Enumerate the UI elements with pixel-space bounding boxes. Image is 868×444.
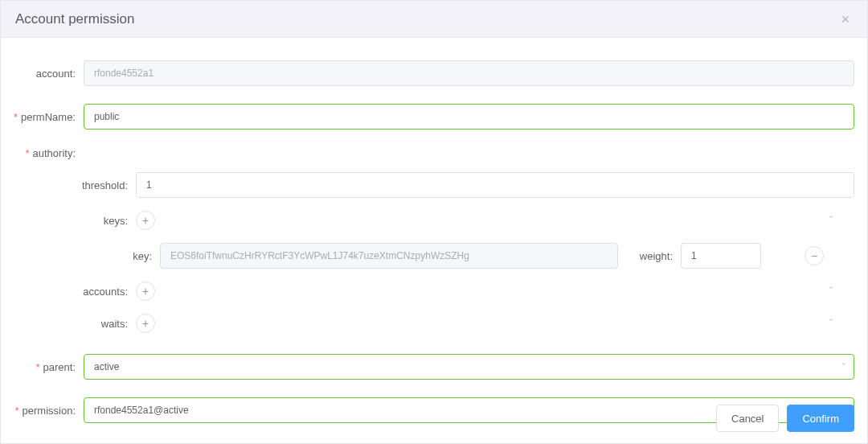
plus-icon: + — [142, 286, 149, 297]
key-input — [160, 243, 618, 269]
parent-select-value[interactable] — [84, 354, 854, 380]
row-authority: authority: — [14, 147, 854, 159]
dialog-title: Account permission — [15, 11, 134, 27]
label-threshold: threshold: — [14, 179, 136, 191]
key-item: key: weight: − — [14, 243, 854, 269]
label-account: account: — [14, 68, 84, 80]
dialog-footer: Cancel Confirm — [716, 405, 854, 432]
plus-icon: + — [142, 215, 149, 226]
label-weight: weight: — [618, 250, 681, 262]
row-parent: parent: ˅ — [14, 354, 854, 380]
parent-select[interactable]: ˅ — [84, 354, 854, 380]
confirm-button[interactable]: Confirm — [787, 405, 854, 432]
row-permname: permName: — [14, 104, 854, 130]
chevron-up-icon: ˄ — [829, 318, 833, 329]
remove-key-button[interactable]: − — [805, 246, 824, 265]
add-key-button[interactable]: + — [136, 211, 155, 230]
close-icon[interactable]: × — [837, 9, 853, 30]
dialog-body: account: permName: authority: threshold: — [1, 38, 867, 423]
row-account: account: — [14, 60, 854, 86]
chevron-up-icon: ˄ — [829, 286, 833, 297]
weight-input[interactable] — [681, 243, 761, 269]
row-accounts: accounts: + ˄ — [14, 282, 854, 301]
accounts-collapse-toggle[interactable]: ˄ — [829, 286, 854, 297]
minus-icon: − — [811, 250, 817, 261]
keys-collapse-toggle[interactable]: ˄ — [829, 215, 854, 226]
label-keys: keys: — [14, 215, 136, 227]
threshold-input[interactable] — [136, 172, 854, 198]
row-keys: keys: + ˄ — [14, 211, 854, 230]
label-key: key: — [14, 250, 160, 262]
add-wait-button[interactable]: + — [136, 314, 155, 333]
permname-input[interactable] — [84, 104, 854, 130]
dialog-header: Account permission × — [1, 1, 867, 38]
label-parent: parent: — [14, 361, 84, 373]
waits-collapse-toggle[interactable]: ˄ — [829, 318, 854, 329]
add-account-button[interactable]: + — [136, 282, 155, 301]
cancel-button[interactable]: Cancel — [716, 405, 779, 432]
label-waits: waits: — [14, 318, 136, 330]
row-waits: waits: + ˄ — [14, 314, 854, 333]
row-threshold: threshold: — [14, 172, 854, 198]
label-accounts: accounts: — [14, 286, 136, 298]
plus-icon: + — [142, 318, 149, 329]
label-permname: permName: — [14, 111, 84, 123]
account-input — [84, 60, 854, 86]
label-permission: permission: — [14, 405, 84, 417]
label-authority: authority: — [14, 147, 84, 159]
chevron-up-icon: ˄ — [829, 215, 833, 226]
account-permission-dialog: Account permission × account: permName: … — [0, 0, 868, 444]
